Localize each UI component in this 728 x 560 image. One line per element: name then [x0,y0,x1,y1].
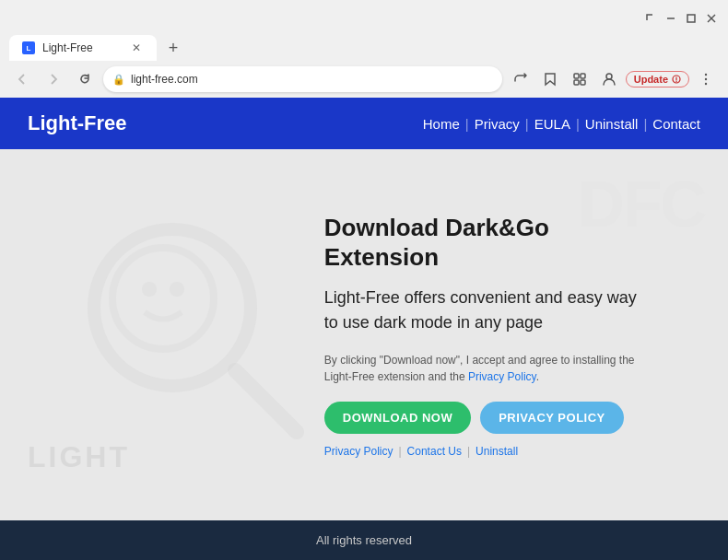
restore-button[interactable] [643,11,658,26]
svg-point-13 [705,74,707,76]
minimize-button[interactable] [663,11,678,26]
footer-uninstall-link[interactable]: Uninstall [476,445,518,458]
svg-point-12 [675,81,676,82]
nav-eula[interactable]: EULA [534,116,570,132]
privacy-policy-button[interactable]: PRIVACY POLICY [480,402,624,434]
disclaimer-privacy-link[interactable]: Privacy Policy [468,370,536,383]
maximize-button[interactable] [684,11,699,26]
tab-favicon: L [22,41,35,54]
svg-point-17 [112,248,214,349]
svg-rect-8 [581,80,585,85]
svg-rect-5 [574,74,579,78]
tab-close-button[interactable]: ✕ [129,41,144,55]
address-bar-input[interactable] [103,66,502,92]
nav-sep-1: | [465,116,469,132]
svg-rect-6 [581,74,585,78]
footer-sep-2: | [467,445,470,458]
hero-disclaimer: By clicking "Download now", I accept and… [324,352,647,385]
hero-footer-links: Privacy Policy | Contact Us | Uninstall [324,445,647,458]
nav-privacy[interactable]: Privacy [475,116,520,132]
nav-sep-2: | [525,116,529,132]
close-button[interactable] [704,11,719,26]
bookmark-icon[interactable] [537,66,563,92]
hero-title: Download Dark&Go Extension [324,213,647,273]
tab-bar: L Light-Free ✕ + [0,31,728,61]
title-bar [0,0,728,31]
hero-buttons: DOWNLOAD NOW PRIVACY POLICY [324,402,647,434]
lock-icon: 🔒 [112,74,125,86]
svg-point-9 [606,74,612,79]
footer-privacy-link[interactable]: Privacy Policy [324,445,393,458]
nav-uninstall[interactable]: Uninstall [585,116,639,132]
browser-chrome: L Light-Free ✕ + 🔒 [0,0,728,98]
new-tab-button[interactable]: + [160,35,186,61]
nav-contact[interactable]: Contact [652,116,700,132]
svg-line-20 [235,370,297,432]
back-button[interactable] [9,66,35,92]
svg-rect-1 [687,15,695,22]
svg-point-15 [705,83,707,85]
svg-point-14 [705,78,707,80]
hero-content: Download Dark&Go Extension Light-Free of… [306,194,675,476]
address-bar-row: 🔒 Update [0,61,728,98]
forward-button[interactable] [41,66,66,92]
address-bar-container: 🔒 [103,66,502,92]
reload-button[interactable] [72,66,98,92]
toolbar-right: Update [508,66,719,92]
watermark-bottom-text: light [28,440,130,474]
update-button[interactable]: Update [626,71,689,88]
svg-rect-7 [574,80,579,85]
menu-icon[interactable] [693,66,719,92]
profile-icon[interactable] [596,66,622,92]
site-logo: Light-Free [28,111,127,135]
site-footer: All rights reserved [0,520,728,560]
footer-sep-1: | [398,445,401,458]
svg-point-19 [170,282,184,297]
disclaimer-end: . [536,370,539,383]
share-icon[interactable] [508,66,534,92]
nav-links: Home | Privacy | EULA | Uninstall | Cont… [423,116,700,132]
update-label: Update [634,74,668,85]
nav-sep-4: | [643,116,647,132]
nav-sep-3: | [576,116,580,132]
site-hero: DFC light Download Dark&Go Extension Lig… [0,149,728,520]
tab-title: Light-Free [42,41,93,54]
download-now-button[interactable]: DOWNLOAD NOW [324,402,471,434]
nav-home[interactable]: Home [423,116,460,132]
site-wrapper: Light-Free Home | Privacy | EULA | Unins… [0,98,728,560]
svg-point-18 [142,282,157,297]
extensions-icon[interactable] [567,66,593,92]
active-tab[interactable]: L Light-Free ✕ [9,35,157,61]
site-nav: Light-Free Home | Privacy | EULA | Unins… [0,98,728,149]
footer-contact-link[interactable]: Contact Us [407,445,462,458]
hero-subtitle: Light-Free offers convenient and easy wa… [324,286,647,335]
svg-point-16 [94,229,251,386]
footer-text: All rights reserved [316,533,412,547]
svg-marker-4 [546,74,555,85]
window-controls [643,11,719,26]
